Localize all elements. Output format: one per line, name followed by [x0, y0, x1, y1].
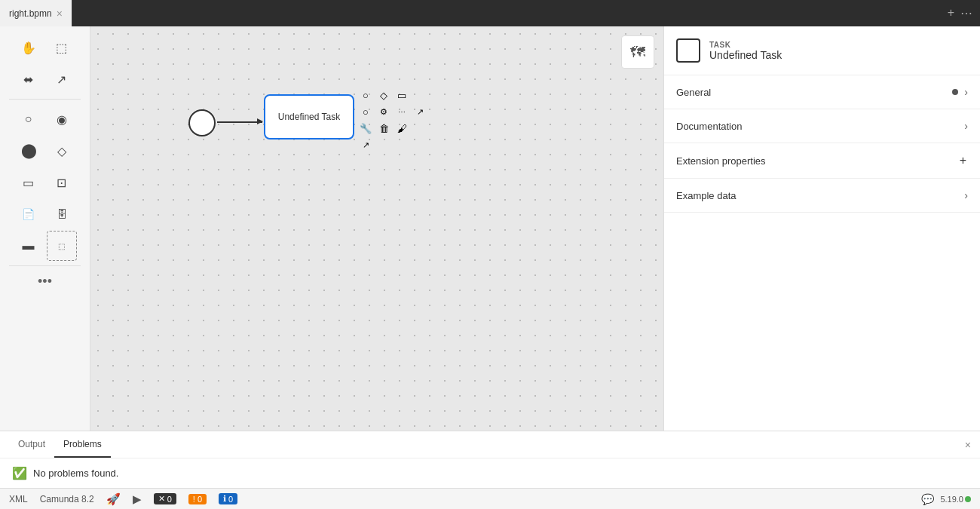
documentation-section[interactable]: Documentation › [664, 109, 980, 143]
ctx-row-1: ○ ◇ ▭ [357, 87, 428, 103]
warning-count: 0 [198, 495, 202, 504]
bottom-panel-close-button[interactable]: × [965, 439, 971, 451]
new-tab-button[interactable]: + [948, 6, 954, 20]
tool-row-7: ▬ ⬚ [14, 231, 77, 261]
tool-row-4: ⬤ ◇ [14, 136, 77, 166]
ctx-circle-icon[interactable]: ○ [357, 87, 374, 103]
play-icon[interactable]: ▶ [133, 492, 142, 506]
main-area: ✋ ⬚ ⬌ ↗ ○ ◉ ⬤ ◇ ▭ ⊡ 📄 🗄 ▬ ⬚ ••• [0, 26, 980, 431]
info-count: 0 [228, 495, 233, 504]
bpmn-canvas[interactable]: 🗺 Undefined Task ○ ◇ ▭ ○ ⚙ [90, 26, 663, 431]
bottom-panel: Output Problems × ✅ No problems found. [0, 431, 980, 488]
deploy-icon[interactable]: 🚀 [106, 492, 121, 506]
example-data-section[interactable]: Example data › [664, 179, 980, 213]
bottom-content: ✅ No problems found. [0, 458, 980, 488]
ctx-wrench-icon[interactable]: ⚙ [375, 103, 392, 120]
comment-icon[interactable]: 💬 [921, 493, 934, 505]
output-tab[interactable]: Output [9, 431, 54, 458]
extension-plus-icon[interactable]: + [960, 154, 966, 167]
tool-row-3: ○ ◉ [14, 104, 77, 134]
more-tabs-button[interactable]: ⋯ [960, 6, 972, 20]
sequence-flow[interactable] [217, 121, 262, 123]
format-label: XML [9, 494, 28, 504]
group-button[interactable]: ⬚ [47, 231, 77, 261]
datastore-button[interactable]: 🗄 [47, 199, 77, 229]
arrow-tool-button[interactable]: ↗ [47, 64, 77, 94]
lasso-tool-button[interactable]: ⬚ [47, 32, 77, 63]
tab-actions: + ⋯ [940, 6, 980, 20]
general-section[interactable]: General › [664, 75, 980, 109]
errors-badge: ✕ 0 [154, 493, 176, 504]
tab-bar: right.bpmn × + ⋯ [0, 0, 980, 26]
task-label: Undefined Task [278, 112, 341, 122]
tool-row-1: ✋ ⬚ [14, 32, 77, 63]
info-icon: ℹ [223, 494, 226, 504]
general-label: General [676, 87, 952, 98]
hand-tool-button[interactable]: ✋ [14, 32, 44, 63]
ok-icon: ✅ [12, 466, 27, 480]
error-icon: ✕ [158, 494, 165, 504]
panel-header: TASK Undefined Task [664, 26, 980, 75]
task-button[interactable]: ▭ [14, 167, 44, 198]
context-toolbar: ○ ◇ ▭ ○ ⚙ ⋯ ↗ 🔧 🗑 🖌 ↗ [357, 87, 428, 153]
ctx-resize-icon[interactable]: ↗ [357, 136, 374, 153]
toolbar-separator-2 [9, 265, 81, 266]
ctx-trash-icon[interactable]: 🗑 [375, 120, 392, 136]
intermediate-event-button[interactable]: ◉ [47, 104, 77, 134]
general-chevron: › [964, 86, 968, 98]
ctx-arrow-icon[interactable]: ↗ [412, 103, 428, 120]
ctx-paint-icon[interactable]: 🖌 [394, 120, 410, 136]
start-event-button[interactable]: ○ [14, 104, 44, 134]
tool-row-2: ⬌ ↗ [14, 64, 77, 94]
status-bar: XML Camunda 8.2 🚀 ▶ ✕ 0 ! 0 ℹ 0 💬 5.19.0 [0, 488, 980, 509]
ctx-row-3: 🔧 🗑 🖌 [357, 120, 428, 136]
left-toolbar: ✋ ⬚ ⬌ ↗ ○ ◉ ⬤ ◇ ▭ ⊡ 📄 🗄 ▬ ⬚ ••• [0, 26, 90, 431]
documentation-label: Documentation [676, 121, 964, 132]
panel-sections: General › Documentation › Extension prop… [664, 75, 980, 431]
ctx-spanner-icon[interactable]: 🔧 [357, 120, 374, 136]
annotation-button[interactable]: 📄 [14, 199, 44, 229]
example-data-label: Example data [676, 190, 964, 201]
warning-icon: ! [193, 495, 195, 504]
example-data-chevron: › [964, 189, 968, 201]
version-label: 5.19.0 [940, 495, 971, 504]
task-name-label: Undefined Task [709, 49, 782, 61]
undefined-task[interactable]: Undefined Task [264, 94, 354, 140]
tab-filename: right.bpmn [9, 8, 52, 19]
task-type-label: TASK [709, 41, 782, 49]
tool-row-5: ▭ ⊡ [14, 167, 77, 198]
pool-button[interactable]: ▬ [14, 231, 44, 261]
right-panel: TASK Undefined Task General › Documentat… [663, 26, 980, 431]
ctx-dots-icon[interactable]: ⋯ [394, 103, 410, 120]
error-count: 0 [167, 495, 172, 504]
tab-close-button[interactable]: × [57, 8, 63, 19]
task-type-icon [676, 38, 700, 63]
warnings-badge: ! 0 [188, 494, 207, 504]
subprocess-button[interactable]: ⊡ [47, 167, 77, 198]
bottom-tab-bar: Output Problems × [0, 431, 980, 458]
minimap-icon: 🗺 [630, 44, 645, 61]
panel-task-info: TASK Undefined Task [709, 41, 782, 61]
extension-label: Extension properties [676, 155, 960, 167]
version-dot [965, 496, 971, 502]
end-event-button[interactable]: ⬤ [14, 136, 44, 166]
minimap-button[interactable]: 🗺 [621, 35, 654, 69]
toolbar-separator-1 [9, 99, 81, 100]
ctx-row-4: ↗ [357, 136, 428, 153]
general-dot [952, 89, 958, 95]
tool-row-6: 📄 🗄 [14, 199, 77, 229]
more-tools-button[interactable]: ••• [38, 274, 52, 290]
space-tool-button[interactable]: ⬌ [14, 64, 44, 94]
active-tab[interactable]: right.bpmn × [0, 0, 72, 26]
status-message: No problems found. [33, 468, 118, 479]
start-event[interactable] [188, 109, 216, 136]
gateway-button[interactable]: ◇ [47, 136, 77, 166]
documentation-chevron: › [964, 120, 968, 132]
ctx-diamond-icon[interactable]: ◇ [375, 87, 392, 103]
ctx-row-2: ○ ⚙ ⋯ ↗ [357, 103, 428, 120]
status-right: 💬 5.19.0 [921, 493, 971, 505]
ctx-rect-icon[interactable]: ▭ [394, 87, 410, 103]
problems-tab[interactable]: Problems [54, 431, 111, 458]
ctx-circle2-icon[interactable]: ○ [357, 103, 374, 120]
extension-section[interactable]: Extension properties + [664, 143, 980, 179]
